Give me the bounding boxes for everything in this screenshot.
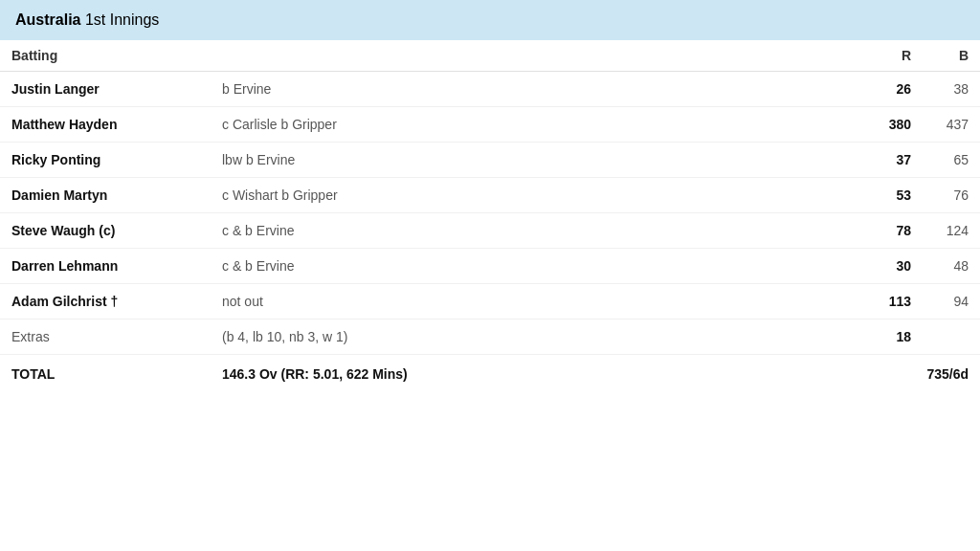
table-row: Damien Martync Wishart b Gripper5376 bbox=[0, 178, 980, 213]
innings-title: Australia 1st Innings bbox=[15, 11, 159, 28]
batter-balls: 76 bbox=[923, 178, 980, 213]
dismissal: c Wishart b Gripper bbox=[211, 178, 865, 213]
balls-column-header: B bbox=[923, 40, 980, 72]
batter-name: Steve Waugh (c) bbox=[0, 213, 211, 249]
table-row: Matthew Haydenc Carlisle b Gripper380437 bbox=[0, 107, 980, 143]
dismissal: c & b Ervine bbox=[211, 249, 865, 284]
batter-name: Ricky Ponting bbox=[0, 143, 211, 178]
table-row: Adam Gilchrist †not out11394 bbox=[0, 284, 980, 320]
table-row: Darren Lehmannc & b Ervine3048 bbox=[0, 249, 980, 284]
batter-runs: 26 bbox=[865, 72, 923, 107]
table-row: Steve Waugh (c)c & b Ervine78124 bbox=[0, 213, 980, 249]
batter-name: Adam Gilchrist † bbox=[0, 284, 211, 320]
dismissal: c Carlisle b Gripper bbox=[211, 107, 865, 143]
total-label: TOTAL bbox=[0, 355, 211, 394]
total-description: 146.3 Ov (RR: 5.01, 622 Mins) bbox=[211, 355, 865, 394]
total-row: TOTAL146.3 Ov (RR: 5.01, 622 Mins)735/6d bbox=[0, 355, 980, 394]
extras-description: (b 4, lb 10, nb 3, w 1) bbox=[211, 320, 865, 355]
dismissal-column-header bbox=[211, 40, 865, 72]
batter-runs: 113 bbox=[865, 284, 923, 320]
batter-balls: 437 bbox=[923, 107, 980, 143]
extras-balls bbox=[923, 320, 980, 355]
batter-balls: 38 bbox=[923, 72, 980, 107]
dismissal: c & b Ervine bbox=[211, 213, 865, 249]
dismissal: not out bbox=[211, 284, 865, 320]
extras-runs: 18 bbox=[865, 320, 923, 355]
extras-row: Extras(b 4, lb 10, nb 3, w 1)18 bbox=[0, 320, 980, 355]
extras-label: Extras bbox=[0, 320, 211, 355]
batter-runs: 380 bbox=[865, 107, 923, 143]
scorecard-table: Batting R B Justin Langerb Ervine2638Mat… bbox=[0, 40, 980, 393]
batter-runs: 30 bbox=[865, 249, 923, 284]
batter-balls: 65 bbox=[923, 143, 980, 178]
table-row: Ricky Pontinglbw b Ervine3765 bbox=[0, 143, 980, 178]
innings-header: Australia 1st Innings bbox=[0, 0, 980, 40]
batter-balls: 124 bbox=[923, 213, 980, 249]
runs-column-header: R bbox=[865, 40, 923, 72]
dismissal: b Ervine bbox=[211, 72, 865, 107]
batter-name: Darren Lehmann bbox=[0, 249, 211, 284]
batter-name: Damien Martyn bbox=[0, 178, 211, 213]
batter-name: Justin Langer bbox=[0, 72, 211, 107]
batter-balls: 48 bbox=[923, 249, 980, 284]
team-name: Australia bbox=[15, 11, 80, 28]
total-runs: 735/6d bbox=[865, 355, 980, 394]
batter-runs: 78 bbox=[865, 213, 923, 249]
batter-balls: 94 bbox=[923, 284, 980, 320]
batter-runs: 37 bbox=[865, 143, 923, 178]
column-header-row: Batting R B bbox=[0, 40, 980, 72]
dismissal: lbw b Ervine bbox=[211, 143, 865, 178]
batter-name: Matthew Hayden bbox=[0, 107, 211, 143]
batting-column-header: Batting bbox=[0, 40, 211, 72]
batter-runs: 53 bbox=[865, 178, 923, 213]
table-row: Justin Langerb Ervine2638 bbox=[0, 72, 980, 107]
